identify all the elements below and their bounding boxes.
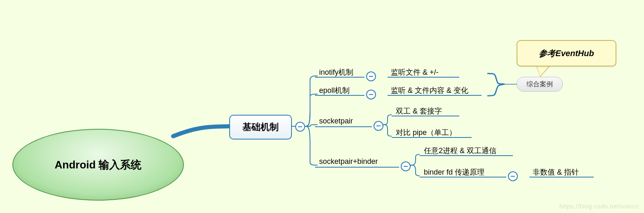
node-basic-mechanism[interactable]: 基础机制 [229,115,292,140]
node-socketpair-sub1[interactable]: 双工 & 套接字 [396,106,442,116]
node-basic-mechanism-label: 基础机制 [242,121,279,133]
collapse-toggle-epoll[interactable] [366,90,376,99]
node-spb-sub2[interactable]: binder fd 传递原理 [424,167,484,177]
underline [420,177,506,178]
collapse-toggle-basic[interactable] [295,122,305,132]
underline [315,126,372,127]
collapse-toggle-inotify[interactable] [366,71,376,81]
underline [392,137,472,138]
watermark: https://blog.csdn.net/vviccc [559,203,639,210]
underline [315,95,364,96]
node-socketpair-sub2[interactable]: 对比 pipe（单工） [396,128,456,137]
node-spb-sub1[interactable]: 任意2进程 & 双工通信 [424,146,496,156]
node-case-label: 综合案例 [526,80,553,89]
node-spb-sub2-detail[interactable]: 非数值 & 指针 [533,167,579,177]
underline [529,177,594,178]
callout-eventhub[interactable]: 参考EventHub [517,40,616,66]
underline [388,95,482,96]
node-case[interactable]: 综合案例 [517,77,563,92]
node-epoll[interactable]: epoll机制 [319,85,350,95]
underline [392,116,459,116]
underline [315,167,399,168]
collapse-toggle-binderfd[interactable] [508,171,518,181]
root-node[interactable]: Android 输入系统 [12,129,184,201]
node-inotify-detail[interactable]: 监听文件 & +/- [391,67,439,77]
node-socketpair[interactable]: socketpair [319,117,353,125]
node-inotify[interactable]: inotify机制 [319,67,353,77]
callout-text: 参考EventHub [539,48,594,59]
root-title: Android 输入系统 [55,158,142,172]
node-epoll-detail[interactable]: 监听 & 文件内容 & 变化 [391,85,468,95]
mindmap-canvas: Android 输入系统 基础机制 inotify机制 监听文件 & +/- e… [0,0,644,213]
underline [388,77,459,78]
node-socketpair-binder[interactable]: socketpair+binder [319,157,378,166]
underline [420,155,513,156]
collapse-toggle-socketpair[interactable] [374,121,383,131]
underline [315,77,364,78]
collapse-toggle-socketpair-binder[interactable] [401,161,411,171]
